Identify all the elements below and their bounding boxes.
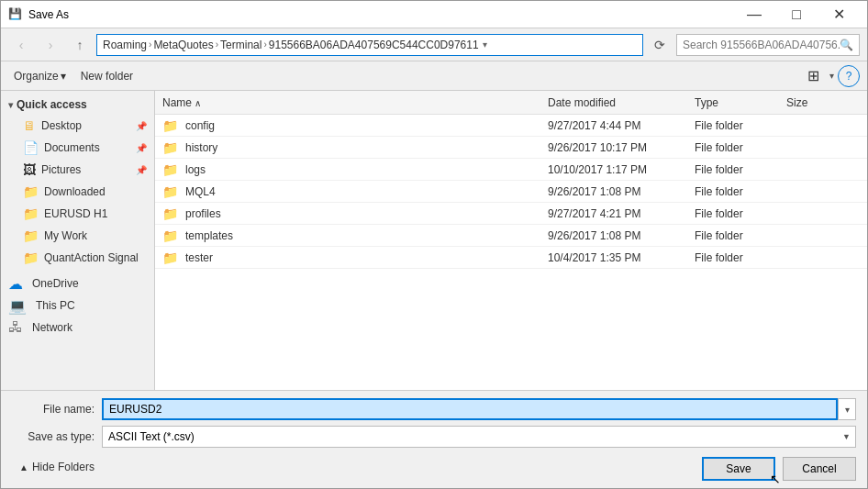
- quick-access-arrow: ▾: [8, 100, 13, 110]
- new-folder-button[interactable]: New folder: [75, 65, 139, 87]
- help-button[interactable]: ?: [838, 65, 860, 87]
- forward-button[interactable]: ›: [38, 32, 63, 58]
- cursor-icon: ↖: [770, 472, 781, 486]
- folder-icon: 📁: [162, 140, 178, 155]
- sidebar-item-documents[interactable]: 📄 Documents 📌: [1, 137, 154, 159]
- saveas-select-wrapper[interactable]: ASCII Text (*.csv): [102, 426, 856, 448]
- file-date: 9/27/2017 4:21 PM: [548, 207, 695, 220]
- col-name-header[interactable]: Name ∧: [162, 96, 548, 109]
- file-type: File folder: [695, 141, 786, 154]
- table-row[interactable]: 📁 tester 10/4/2017 1:35 PM File folder: [155, 247, 867, 269]
- sidebar-item-thispc[interactable]: 💻 This PC: [1, 295, 154, 317]
- sidebar-item-label: This PC: [36, 299, 75, 312]
- organize-button[interactable]: Organize ▾: [8, 65, 72, 87]
- breadcrumb[interactable]: Roaming › MetaQuotes › Terminal › 915566…: [96, 34, 643, 56]
- sidebar-item-onedrive[interactable]: ☁ OneDrive: [1, 272, 154, 295]
- breadcrumb-part: 915566BA06ADA407569C544CC0D97611: [269, 39, 479, 51]
- close-button[interactable]: ✕: [818, 1, 860, 28]
- filename-dropdown-icon[interactable]: ▾: [838, 398, 856, 420]
- pictures-icon: 🖼: [23, 162, 36, 177]
- title-bar: 💾 Save As — □ ✕: [1, 1, 867, 28]
- sidebar-item-pictures[interactable]: 🖼 Pictures 📌: [1, 159, 154, 181]
- file-type: File folder: [695, 119, 786, 132]
- bottom-bar: ▲ Hide Folders Save ↖ Cancel: [12, 453, 856, 481]
- table-row[interactable]: 📁 templates 9/26/2017 1:08 PM File folde…: [155, 225, 867, 247]
- table-row[interactable]: 📁 logs 10/10/2017 1:17 PM File folder: [155, 159, 867, 181]
- organize-label: Organize: [14, 70, 59, 83]
- back-button[interactable]: ‹: [8, 32, 34, 58]
- file-date: 10/4/2017 1:35 PM: [548, 251, 695, 264]
- search-box[interactable]: 🔍: [676, 34, 860, 56]
- sidebar-item-label: My Work: [44, 229, 87, 242]
- folder-icon: 📁: [162, 250, 178, 265]
- filename-label: File name:: [12, 403, 95, 416]
- window-title: Save As: [28, 8, 733, 21]
- view-dropdown-icon[interactable]: ▾: [829, 71, 834, 81]
- network-icon: 🖧: [8, 319, 23, 336]
- sidebar-item-label: Pictures: [41, 163, 81, 176]
- file-name: profiles: [185, 207, 548, 220]
- window-icon: 💾: [8, 7, 23, 22]
- up-button[interactable]: ↑: [67, 32, 93, 58]
- quantaction-icon: 📁: [23, 250, 39, 265]
- saveas-label: Save as type:: [12, 430, 95, 443]
- sort-arrow: ∧: [195, 98, 201, 108]
- file-date: 9/26/2017 10:17 PM: [548, 141, 695, 154]
- eurusd-icon: 📁: [23, 206, 39, 221]
- sidebar-item-label: OneDrive: [32, 277, 79, 290]
- action-buttons: Save ↖ Cancel: [702, 457, 856, 481]
- save-as-dialog: 💾 Save As — □ ✕ ‹ › ↑ Roaming › MetaQuot…: [0, 0, 868, 489]
- folder-icon: 📁: [162, 184, 178, 199]
- pin-icon: 📌: [136, 143, 147, 153]
- organize-dropdown-icon: ▾: [61, 70, 66, 83]
- breadcrumb-sep: ›: [216, 39, 218, 50]
- file-name: config: [185, 119, 548, 132]
- sidebar-item-eurusd[interactable]: 📁 EURUSD H1: [1, 203, 154, 225]
- file-date: 9/26/2017 1:08 PM: [548, 229, 695, 242]
- hide-folders-button[interactable]: ▲ Hide Folders: [12, 457, 102, 477]
- sidebar-item-quantaction[interactable]: 📁 QuantAction Signal: [1, 247, 154, 269]
- file-type: File folder: [695, 163, 786, 176]
- desktop-icon: 🖥: [23, 118, 36, 133]
- saveas-select[interactable]: ASCII Text (*.csv): [102, 426, 856, 448]
- maximize-button[interactable]: □: [775, 1, 818, 28]
- col-date-header[interactable]: Date modified: [548, 96, 695, 109]
- file-type: File folder: [695, 251, 786, 264]
- sidebar-item-network[interactable]: 🖧 Network: [1, 317, 154, 339]
- refresh-button[interactable]: ⟳: [647, 34, 673, 56]
- breadcrumb-sep: ›: [149, 39, 151, 50]
- sidebar-item-desktop[interactable]: 🖥 Desktop 📌: [1, 115, 154, 137]
- sidebar-item-downloaded[interactable]: 📁 Downloaded: [1, 181, 154, 203]
- sidebar-item-mywork[interactable]: 📁 My Work: [1, 225, 154, 247]
- file-date: 9/26/2017 1:08 PM: [548, 185, 695, 198]
- search-icon: 🔍: [840, 39, 853, 51]
- table-row[interactable]: 📁 MQL4 9/26/2017 1:08 PM File folder: [155, 181, 867, 203]
- onedrive-icon: ☁: [8, 275, 23, 293]
- table-row[interactable]: 📁 profiles 9/27/2017 4:21 PM File folder: [155, 203, 867, 225]
- filename-input[interactable]: [102, 398, 838, 420]
- sidebar-item-label: Network: [32, 321, 72, 334]
- cancel-button[interactable]: Cancel: [783, 457, 856, 481]
- file-date: 10/10/2017 1:17 PM: [548, 163, 695, 176]
- search-input[interactable]: [683, 39, 840, 51]
- sidebar-item-label: Documents: [44, 141, 100, 154]
- file-list-header: Name ∧ Date modified Type Size: [155, 91, 867, 115]
- col-size-header[interactable]: Size: [786, 96, 860, 109]
- table-row[interactable]: 📁 config 9/27/2017 4:44 PM File folder: [155, 115, 867, 137]
- file-name: tester: [185, 251, 548, 264]
- breadcrumb-dropdown-icon[interactable]: ▾: [483, 39, 487, 50]
- sidebar: ▾ Quick access 🖥 Desktop 📌 📄 Documents 📌…: [1, 91, 155, 390]
- breadcrumb-part: Terminal: [220, 39, 262, 51]
- minimize-button[interactable]: —: [733, 1, 775, 28]
- table-row[interactable]: 📁 history 9/26/2017 10:17 PM File folder: [155, 137, 867, 159]
- pin-icon: 📌: [136, 121, 147, 131]
- pin-icon: 📌: [136, 165, 147, 175]
- sidebar-item-label: QuantAction Signal: [44, 251, 139, 264]
- window-controls: — □ ✕: [733, 1, 860, 28]
- view-button[interactable]: ⊞: [800, 65, 826, 87]
- col-type-header[interactable]: Type: [695, 96, 786, 109]
- save-button[interactable]: Save ↖: [702, 457, 775, 481]
- breadcrumb-part: Roaming: [103, 39, 147, 51]
- main-content: ▾ Quick access 🖥 Desktop 📌 📄 Documents 📌…: [1, 91, 867, 390]
- quick-access-section[interactable]: ▾ Quick access: [1, 94, 154, 115]
